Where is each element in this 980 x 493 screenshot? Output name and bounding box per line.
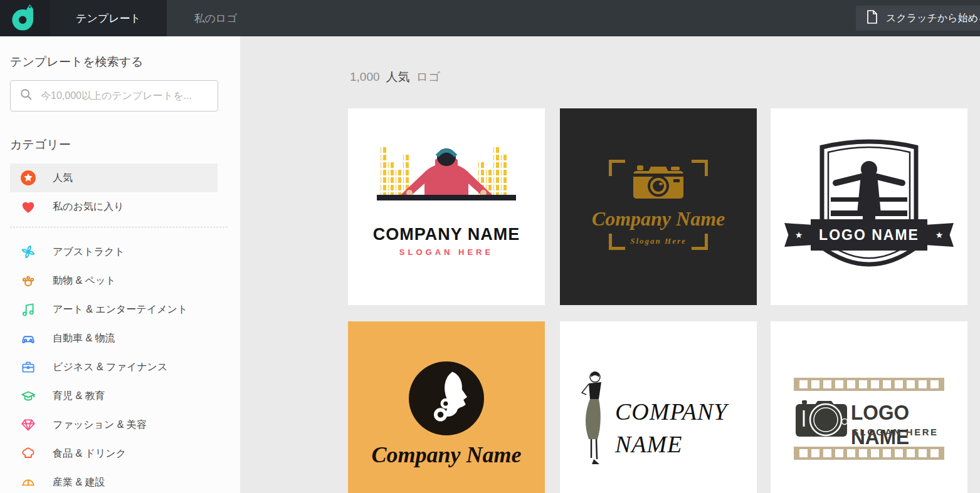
logo-template-card-beauty[interactable]: Company Name bbox=[348, 321, 545, 493]
template-results-area: 1,000 人気 ロゴ bbox=[240, 36, 980, 493]
card-logo-name: LOGO NAME bbox=[851, 400, 959, 449]
star-icon: ★ bbox=[784, 223, 813, 247]
sidebar-item-fashion-beauty[interactable]: ファッション & 美容 bbox=[10, 410, 218, 439]
pinwheel-icon bbox=[20, 244, 36, 260]
sidebar-item-abstract[interactable]: アブストラクト bbox=[10, 237, 218, 266]
logo-template-card-badge[interactable]: ★ ★ LOGO NAME bbox=[771, 108, 967, 305]
sidebar-item-automotive[interactable]: 自動車 & 物流 bbox=[10, 324, 218, 353]
card-company-name: Company Name bbox=[348, 442, 545, 468]
sidebar-item-food-drink[interactable]: 食品 & ドリンク bbox=[10, 439, 218, 468]
blank-document-icon bbox=[865, 9, 879, 27]
sidebar-item-art-entertainment[interactable]: アート & エンターテイメント bbox=[10, 295, 218, 324]
car-icon bbox=[20, 330, 36, 346]
diamond-icon bbox=[20, 417, 36, 433]
briefcase-icon bbox=[20, 359, 36, 375]
sidebar-item-label: 育児 & 教育 bbox=[53, 390, 105, 403]
card-slogan: SLOGAN HERE bbox=[852, 427, 939, 437]
card-company-line2: NAME bbox=[615, 430, 682, 458]
designevo-d-icon bbox=[11, 3, 40, 34]
results-category: 人気 bbox=[386, 69, 410, 85]
sidebar-item-label: アブストラクト bbox=[53, 246, 125, 259]
sidebar-item-label: 動物 & ペット bbox=[53, 274, 116, 288]
sidebar-item-label: 私のお気に入り bbox=[53, 200, 124, 214]
results-count: 1,000 bbox=[350, 70, 380, 84]
music-note-icon bbox=[20, 301, 36, 318]
sidebar-item-label: 人気 bbox=[53, 172, 73, 185]
divider bbox=[10, 227, 228, 227]
sidebar-item-popular[interactable]: 人気 bbox=[10, 163, 218, 192]
tab-my-logos[interactable]: 私のロゴ bbox=[167, 0, 265, 36]
app-screen: テンプレート 私のロゴ スクラッチから始める テンプレートを検索する bbox=[0, 0, 980, 493]
sidebar-item-label: 自動車 & 物流 bbox=[53, 332, 115, 345]
card-logo-name: LOGO NAME bbox=[811, 219, 927, 251]
template-search-box bbox=[10, 80, 218, 112]
card-slogan: Slogan Here bbox=[560, 236, 757, 246]
card-company-line1: COMPANY bbox=[615, 398, 727, 425]
start-from-scratch-button[interactable]: スクラッチから始める bbox=[856, 6, 980, 31]
sidebar-item-business-finance[interactable]: ビジネス & ファイナンス bbox=[10, 353, 218, 381]
start-from-scratch-label: スクラッチから始める bbox=[886, 12, 980, 25]
sidebar-item-label: ファッション & 美容 bbox=[53, 418, 147, 432]
heart-icon bbox=[20, 199, 36, 215]
sidebar-item-childcare-education[interactable]: 育児 & 教育 bbox=[10, 381, 218, 410]
logo-template-card-camera-dark[interactable]: Company Name Slogan Here bbox=[560, 108, 757, 305]
hard-hat-icon bbox=[20, 474, 36, 490]
paw-icon bbox=[20, 272, 36, 289]
star-circle-icon bbox=[20, 170, 36, 186]
graduation-cap-icon bbox=[20, 388, 36, 404]
search-input[interactable] bbox=[41, 90, 209, 101]
sidebar: テンプレートを検索する カテゴリー 人気 bbox=[0, 36, 240, 493]
logo-template-card-film[interactable]: LOGO NAME SLOGAN HERE bbox=[771, 321, 967, 493]
sidebar-item-label: 食品 & ドリンク bbox=[53, 447, 126, 460]
top-navbar: テンプレート 私のロゴ スクラッチから始める bbox=[0, 0, 980, 36]
sidebar-item-label: アート & エンターテイメント bbox=[53, 303, 187, 316]
film-strip-top bbox=[794, 378, 944, 391]
sidebar-item-favorites[interactable]: 私のお気に入り bbox=[10, 192, 218, 221]
sidebar-item-label: ビジネス & ファイナンス bbox=[53, 361, 167, 374]
tab-my-logos-label: 私のロゴ bbox=[194, 11, 237, 26]
star-icon: ★ bbox=[925, 223, 954, 247]
sidebar-item-animals-pets[interactable]: 動物 & ペット bbox=[10, 266, 218, 295]
badge-banner: ★ ★ LOGO NAME bbox=[784, 219, 954, 251]
chef-hat-icon bbox=[20, 445, 36, 462]
ink-circle-illustration bbox=[409, 361, 484, 435]
card-slogan: SLOGAN HERE bbox=[348, 247, 545, 257]
brand-logo[interactable] bbox=[0, 0, 50, 36]
tab-templates[interactable]: テンプレート bbox=[50, 0, 167, 36]
results-header: 1,000 人気 ロゴ bbox=[350, 69, 440, 85]
sidebar-item-industry-construction[interactable]: 産業 & 建設 bbox=[10, 468, 218, 493]
sidebar-item-label: 産業 & 建設 bbox=[53, 476, 105, 489]
film-strip-bottom bbox=[794, 447, 944, 460]
logo-template-card-dj[interactable]: COMPANY NAME SLOGAN HERE bbox=[348, 108, 545, 305]
categories-heading: カテゴリー bbox=[10, 137, 71, 153]
tab-templates-label: テンプレート bbox=[76, 11, 141, 26]
card-company-name: COMPANY NAME bbox=[348, 225, 545, 244]
results-type: ロゴ bbox=[416, 69, 441, 85]
search-icon bbox=[19, 88, 33, 104]
logo-template-card-fashion[interactable]: COMPANY NAME bbox=[560, 321, 757, 493]
card-company-name: Company Name bbox=[560, 207, 757, 231]
search-heading: テンプレートを検索する bbox=[10, 54, 144, 70]
